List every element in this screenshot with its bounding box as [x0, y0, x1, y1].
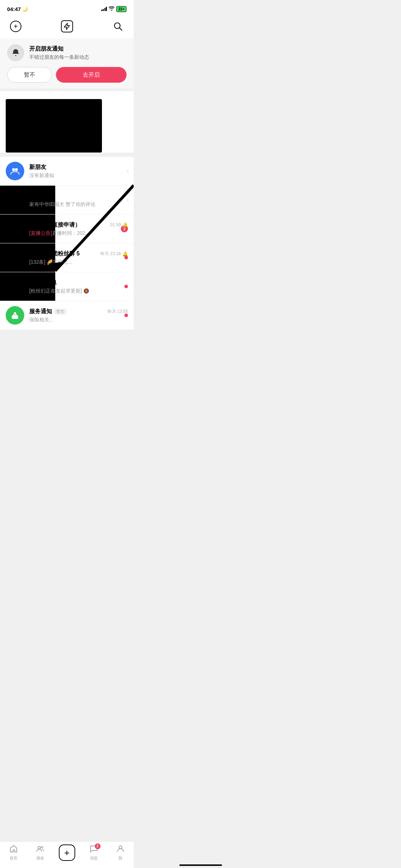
battery-icon: 22+ — [116, 6, 127, 12]
avatar-new-friends — [6, 162, 24, 180]
bell-avatar — [7, 44, 24, 61]
message-time: 01:59 🔔 — [110, 222, 128, 228]
chevron-right-icon: › — [127, 168, 129, 174]
later-button[interactable]: 暂不 — [7, 67, 52, 83]
message-title: 德福天下 1 — [29, 279, 57, 286]
message-item[interactable]: 知青伙食团粉丝群 5 昨天 23:18 🔔 [132条] 🌈芯拾光... — [0, 243, 134, 272]
moon-icon: 🌙 — [22, 6, 28, 12]
status-time: 04:47 🌙 — [7, 6, 28, 12]
avatar-defu — [6, 277, 24, 296]
notification-title: 开启朋友通知 — [29, 45, 89, 53]
official-tag: 官方 — [54, 309, 66, 315]
message-preview: [粉丝们正在发起求更新] 🔕 — [29, 288, 128, 294]
notification-banner: 开启朋友通知 不错过朋友的每一条新动态 暂不 去开启 — [0, 38, 134, 88]
search-button[interactable] — [111, 19, 125, 33]
scroll-area: 开启朋友通知 不错过朋友的每一条新动态 暂不 去开启 — [0, 38, 134, 358]
message-item[interactable]: 新朋友 没有新通知 › — [0, 157, 134, 186]
message-title: 知青伙食团粉丝群 5 — [29, 250, 79, 258]
enable-button[interactable]: 去开启 — [56, 67, 127, 83]
message-item[interactable]: 互动消息 家有中华田园犬 赞了你的评论 › — [0, 186, 134, 215]
message-item[interactable]: 粉丝群（直接申请） 01:59 🔔 [直播公告]直播时间：202... 2 — [0, 215, 134, 243]
notification-buttons: 暂不 去开启 — [7, 67, 127, 83]
time-text: 04:47 — [7, 6, 21, 12]
top-navigation: + — [0, 16, 134, 38]
message-title: 服务通知 — [29, 308, 52, 315]
message-preview: 家有中华田园犬 赞了你的评论 — [29, 201, 128, 208]
svg-point-5 — [15, 168, 18, 171]
mute-icon: 🔔 — [122, 222, 128, 228]
flash-button[interactable] — [60, 19, 74, 33]
notification-subtitle: 不错过朋友的每一条新动态 — [29, 54, 89, 61]
wifi-icon — [109, 6, 114, 12]
svg-rect-8 — [15, 314, 17, 316]
message-preview: 保险相关... — [29, 317, 128, 323]
message-item[interactable]: 德福天下 1 [粉丝们正在发起求更新] 🔕 — [0, 272, 134, 301]
message-preview: [132条] 🌈芯拾光... — [29, 259, 128, 265]
avatar-fans-group-5 — [6, 248, 24, 267]
message-preview: 没有新通知 — [29, 172, 128, 179]
add-button[interactable]: + — [9, 19, 23, 33]
avatar-fans-group — [6, 219, 24, 238]
svg-point-9 — [14, 312, 16, 314]
message-title: 新朋友 — [29, 164, 46, 171]
avatar-service — [6, 306, 24, 325]
message-time: 昨天 23:18 🔔 — [101, 251, 128, 257]
message-title: 粉丝群（直接申请） — [29, 221, 81, 229]
image-block — [6, 99, 102, 153]
status-bar: 04:47 🌙 22+ — [0, 0, 134, 16]
message-item[interactable]: 服务通知 官方 昨天 13:55 保险相关... — [0, 301, 134, 330]
svg-rect-6 — [12, 315, 18, 319]
bell-icon — [11, 48, 20, 57]
mute-icon: 🔕 — [83, 288, 89, 294]
status-icons: 22+ — [101, 6, 127, 12]
avatar-interactions — [6, 191, 24, 209]
section-divider — [0, 88, 134, 91]
message-list: 新朋友 没有新通知 › 互动消息 家有中华田园犬 赞了你的评论 › — [0, 157, 134, 330]
flash-icon — [61, 20, 73, 32]
unread-dot — [124, 314, 128, 317]
search-icon — [113, 22, 123, 31]
signal-icon — [101, 7, 107, 11]
add-icon: + — [10, 21, 21, 32]
svg-rect-7 — [13, 314, 15, 316]
svg-line-1 — [119, 28, 122, 30]
message-preview: [直播公告]直播时间：202... — [29, 230, 128, 237]
message-title: 互动消息 — [29, 192, 52, 200]
notification-content: 开启朋友通知 不错过朋友的每一条新动态 — [7, 44, 127, 61]
chevron-right-icon: › — [127, 197, 129, 203]
mute-icon: 🔔 — [122, 251, 128, 257]
svg-point-4 — [12, 168, 15, 171]
